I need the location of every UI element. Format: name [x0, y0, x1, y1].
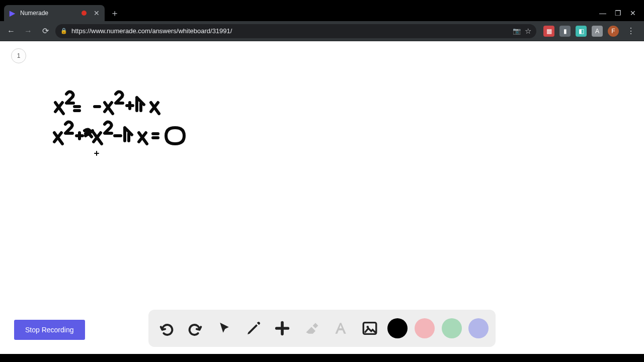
camera-icon[interactable]: 📷: [513, 27, 521, 35]
bookmark-star-button[interactable]: ☆: [525, 27, 531, 36]
color-swatch-green[interactable]: [442, 318, 462, 338]
redo-icon: [187, 320, 204, 337]
profile-avatar[interactable]: F: [608, 26, 619, 37]
color-swatch-black[interactable]: [387, 318, 408, 338]
add-shape-button[interactable]: [271, 317, 293, 339]
color-swatch-pink[interactable]: [415, 318, 435, 338]
lock-icon: 🔒: [60, 28, 67, 34]
maximize-restore-button[interactable]: ❐: [614, 9, 622, 17]
close-tab-button[interactable]: ✕: [94, 9, 100, 17]
pointer-tool-button[interactable]: [213, 317, 235, 339]
eraser-tool-button[interactable]: [300, 317, 323, 339]
url-text: https://www.numerade.com/answers/whitebo…: [71, 27, 509, 35]
image-tool-button[interactable]: [359, 317, 381, 339]
extension-icon-1[interactable]: ▦: [543, 26, 554, 37]
redo-button[interactable]: [184, 317, 206, 339]
extension-icon-3[interactable]: A: [592, 26, 603, 37]
numerade-favicon: ▶: [8, 9, 16, 17]
text-tool-button[interactable]: [330, 317, 352, 339]
page-content: 1: [0, 41, 644, 354]
stop-recording-button[interactable]: Stop Recording: [14, 320, 85, 340]
plus-icon: [274, 320, 291, 337]
minimize-button[interactable]: —: [599, 9, 607, 17]
color-swatch-lavender[interactable]: [468, 318, 489, 338]
new-tab-button[interactable]: ＋: [108, 6, 122, 20]
undo-button[interactable]: [155, 317, 178, 339]
undo-icon: [158, 320, 175, 337]
pen-tool-button[interactable]: [243, 317, 265, 339]
forward-button[interactable]: →: [21, 24, 35, 38]
image-icon: [361, 320, 378, 337]
text-icon: [333, 320, 349, 336]
close-window-button[interactable]: ✕: [629, 9, 637, 17]
address-bar[interactable]: 🔒 https://www.numerade.com/answers/white…: [55, 24, 536, 38]
extension-divider-icon: ▮: [559, 26, 571, 37]
browser-menu-button[interactable]: ⋮: [624, 24, 638, 38]
whiteboard-canvas[interactable]: [0, 41, 644, 354]
back-button[interactable]: ←: [4, 24, 18, 38]
pointer-icon: [217, 321, 232, 336]
whiteboard-toolbar: [148, 310, 496, 347]
reload-button[interactable]: ⟳: [38, 24, 52, 38]
eraser-icon: [303, 320, 319, 336]
extension-icon-2[interactable]: ◧: [576, 26, 587, 37]
recording-indicator-icon: [82, 11, 87, 16]
browser-tab[interactable]: ▶ Numerade ✕: [4, 5, 105, 21]
tab-title: Numerade: [20, 10, 48, 17]
pen-icon: [246, 320, 262, 336]
